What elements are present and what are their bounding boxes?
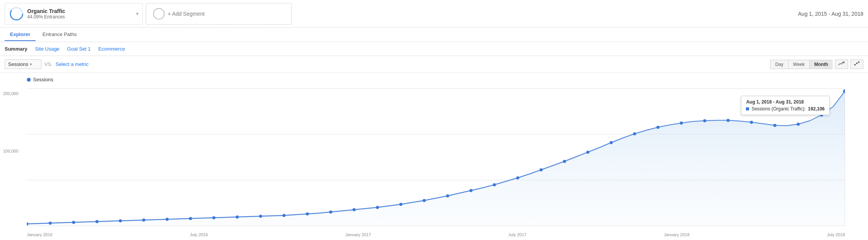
svg-point-13 <box>96 220 99 223</box>
tooltip-number: 192,106 <box>808 106 825 112</box>
subnav-summary[interactable]: Summary <box>5 46 27 52</box>
scatter-chart-button[interactable] <box>850 59 863 69</box>
svg-point-34 <box>586 151 589 154</box>
main-tab-row: Explorer Entrance Paths <box>0 28 868 42</box>
chart-tooltip: Aug 1, 2018 - Aug 31, 2018 Sessions (Org… <box>741 96 830 115</box>
svg-point-22 <box>306 212 309 215</box>
line-chart-icon <box>838 61 845 66</box>
tooltip-date: Aug 1, 2018 - Aug 31, 2018 <box>746 99 825 105</box>
add-circle-icon <box>153 8 165 20</box>
segment-info: Organic Traffic 44.09% Entrances <box>27 8 65 20</box>
line-chart-button[interactable] <box>835 59 848 69</box>
segment-name: Organic Traffic <box>27 8 65 14</box>
svg-point-29 <box>469 189 472 192</box>
svg-point-38 <box>680 122 683 125</box>
svg-point-31 <box>516 176 519 179</box>
svg-point-42 <box>773 124 776 127</box>
tab-explorer[interactable]: Explorer <box>5 28 36 41</box>
svg-point-37 <box>657 126 660 129</box>
add-segment-button[interactable]: + Add Segment <box>146 3 292 25</box>
svg-point-4 <box>856 62 858 64</box>
svg-point-45 <box>843 89 845 93</box>
date-range: Aug 1, 2015 - Aug 31, 2018 <box>798 11 863 17</box>
legend-dot <box>27 78 31 82</box>
svg-point-12 <box>72 221 75 224</box>
month-button[interactable]: Month <box>809 60 833 69</box>
svg-point-19 <box>236 215 239 219</box>
svg-point-16 <box>165 218 168 221</box>
svg-point-30 <box>493 183 496 186</box>
chevron-down-icon: ▾ <box>136 11 139 16</box>
x-label-jan2018: January 2018 <box>664 232 690 237</box>
x-label-jan2016: January 2016 <box>27 232 53 237</box>
tooltip-color-square <box>746 107 749 110</box>
legend-label: Sessions <box>33 77 53 82</box>
svg-point-23 <box>329 210 332 214</box>
svg-point-36 <box>633 132 636 135</box>
subnav-row: Summary Site Usage Goal Set 1 Ecommerce <box>0 42 868 56</box>
x-label-jul2017: July 2017 <box>508 232 526 237</box>
svg-point-25 <box>376 206 379 209</box>
svg-point-17 <box>189 217 192 220</box>
vs-label: VS. <box>45 61 53 67</box>
segment-sub: 44.09% Entrances <box>27 14 65 20</box>
tab-entrance-paths[interactable]: Entrance Paths <box>37 28 82 41</box>
y-label-100k: 100,000 <box>3 149 18 153</box>
sessions-chart <box>27 88 845 226</box>
subnav-ecommerce[interactable]: Ecommerce <box>98 46 125 52</box>
svg-point-28 <box>446 194 449 197</box>
y-label-200k: 200,000 <box>3 91 18 96</box>
svg-point-14 <box>119 219 122 222</box>
svg-point-27 <box>422 199 426 202</box>
svg-point-18 <box>212 216 215 219</box>
metric-label: Sessions <box>8 61 28 67</box>
chart-area: Sessions 200,000 100,000 <box>0 73 868 240</box>
svg-point-26 <box>399 203 403 206</box>
segment-row: Organic Traffic 44.09% Entrances ▾ + Add… <box>0 0 868 28</box>
segment-organic-traffic[interactable]: Organic Traffic 44.09% Entrances ▾ <box>5 3 143 25</box>
x-axis-labels: January 2016 July 2016 January 2017 July… <box>27 232 845 237</box>
svg-point-39 <box>703 119 706 122</box>
svg-point-32 <box>540 168 543 171</box>
svg-point-11 <box>49 222 52 225</box>
metric-select[interactable]: Sessions ▾ <box>5 59 41 69</box>
subnav-goal-set[interactable]: Goal Set 1 <box>67 46 91 52</box>
day-button[interactable]: Day <box>770 60 788 69</box>
add-segment-label: + Add Segment <box>168 11 205 17</box>
svg-point-43 <box>797 123 800 126</box>
svg-point-40 <box>726 119 729 122</box>
scatter-chart-icon <box>854 61 860 66</box>
svg-point-33 <box>563 160 566 163</box>
tooltip-value: Sessions (Organic Traffic): 192,106 <box>746 106 825 112</box>
x-label-jul2018: July 2018 <box>827 232 845 237</box>
svg-point-24 <box>353 208 356 211</box>
chart-legend: Sessions <box>27 77 845 82</box>
subnav-site-usage[interactable]: Site Usage <box>35 46 59 52</box>
metric-row: Sessions ▾ VS. Select a metric Day Week … <box>0 56 868 73</box>
svg-point-41 <box>750 121 753 124</box>
svg-point-35 <box>610 141 613 144</box>
time-buttons: Day Week Month <box>770 59 863 69</box>
select-metric-link[interactable]: Select a metric <box>56 61 89 67</box>
tooltip-label: Sessions (Organic Traffic): <box>751 106 805 112</box>
week-button[interactable]: Week <box>788 60 809 69</box>
svg-point-3 <box>854 64 856 66</box>
x-label-jan2017: January 2017 <box>345 232 371 237</box>
svg-point-20 <box>259 215 262 218</box>
metric-dropdown-icon: ▾ <box>30 62 32 66</box>
svg-point-15 <box>142 219 145 222</box>
svg-point-21 <box>282 214 285 217</box>
x-label-jul2016: July 2016 <box>190 232 208 237</box>
organic-traffic-icon <box>10 7 23 21</box>
svg-point-5 <box>858 61 860 63</box>
